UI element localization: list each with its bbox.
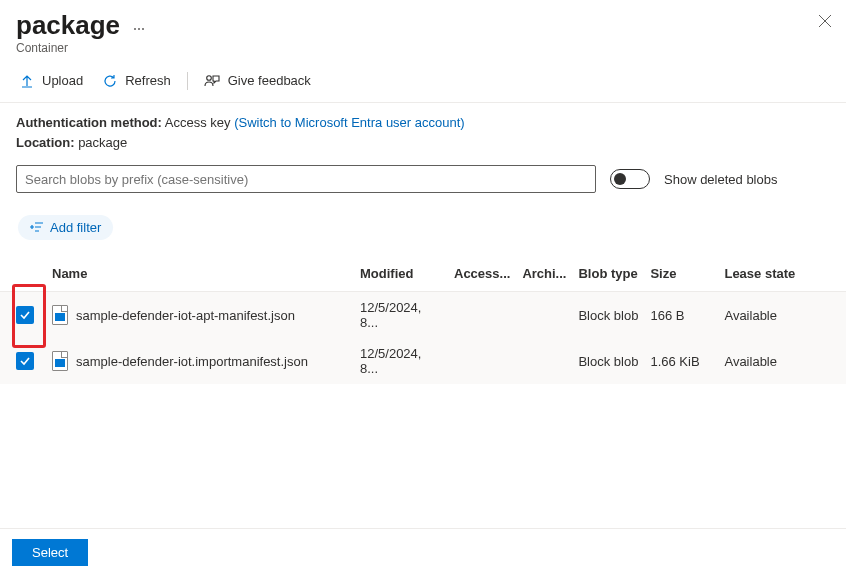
cell-lease: Available <box>718 338 846 384</box>
check-icon <box>19 355 31 367</box>
column-header-lease[interactable]: Lease state <box>718 258 846 292</box>
column-header-access[interactable]: Access... <box>448 258 516 292</box>
refresh-button[interactable]: Refresh <box>95 69 179 92</box>
cell-access <box>448 292 516 339</box>
page-title: package <box>16 10 120 41</box>
table-row[interactable]: sample-defender-iot-apt-manifest.json 12… <box>0 292 846 339</box>
column-header-modified[interactable]: Modified <box>354 258 448 292</box>
toggle-knob <box>614 173 626 185</box>
column-header-size[interactable]: Size <box>644 258 718 292</box>
feedback-button[interactable]: Give feedback <box>196 69 319 92</box>
upload-button[interactable]: Upload <box>12 69 91 92</box>
select-button[interactable]: Select <box>12 539 88 566</box>
cell-lease: Available <box>718 292 846 339</box>
cell-blobtype: Block blob <box>572 292 644 339</box>
location-value: package <box>78 135 127 150</box>
blob-table: Name Modified Access... Archi... Blob ty… <box>0 258 846 384</box>
file-name[interactable]: sample-defender-iot.importmanifest.json <box>76 354 308 369</box>
cell-archive <box>516 292 572 339</box>
filter-icon <box>30 222 44 234</box>
command-bar: Upload Refresh Give feedback <box>0 61 846 102</box>
file-name[interactable]: sample-defender-iot-apt-manifest.json <box>76 308 295 323</box>
add-filter-button[interactable]: Add filter <box>18 215 113 240</box>
check-icon <box>19 309 31 321</box>
svg-point-0 <box>206 75 211 80</box>
auth-method-label: Authentication method: <box>16 115 162 130</box>
upload-label: Upload <box>42 73 83 88</box>
refresh-label: Refresh <box>125 73 171 88</box>
show-deleted-label: Show deleted blobs <box>664 172 777 187</box>
search-input[interactable] <box>16 165 596 193</box>
column-header-name[interactable]: Name <box>46 258 354 292</box>
close-icon <box>818 14 832 28</box>
cell-archive <box>516 338 572 384</box>
switch-auth-link[interactable]: (Switch to Microsoft Entra user account) <box>234 115 464 130</box>
column-header-archive[interactable]: Archi... <box>516 258 572 292</box>
cell-modified: 12/5/2024, 8... <box>354 338 448 384</box>
cell-modified: 12/5/2024, 8... <box>354 292 448 339</box>
cell-blobtype: Block blob <box>572 338 644 384</box>
upload-icon <box>20 74 34 88</box>
cell-access <box>448 338 516 384</box>
show-deleted-toggle[interactable] <box>610 169 650 189</box>
cell-size: 166 B <box>644 292 718 339</box>
refresh-icon <box>103 74 117 88</box>
feedback-label: Give feedback <box>228 73 311 88</box>
more-actions-button[interactable] <box>130 24 148 34</box>
column-header-blobtype[interactable]: Blob type <box>572 258 644 292</box>
table-row[interactable]: sample-defender-iot.importmanifest.json … <box>0 338 846 384</box>
toolbar-divider <box>187 72 188 90</box>
feedback-icon <box>204 74 220 88</box>
row-checkbox[interactable] <box>16 352 34 370</box>
file-icon <box>52 351 68 371</box>
row-checkbox[interactable] <box>16 306 34 324</box>
page-subtitle: Container <box>16 41 830 55</box>
location-label: Location: <box>16 135 75 150</box>
add-filter-label: Add filter <box>50 220 101 235</box>
auth-method-value: Access key <box>165 115 231 130</box>
file-icon <box>52 305 68 325</box>
close-button[interactable] <box>818 14 832 31</box>
cell-size: 1.66 KiB <box>644 338 718 384</box>
